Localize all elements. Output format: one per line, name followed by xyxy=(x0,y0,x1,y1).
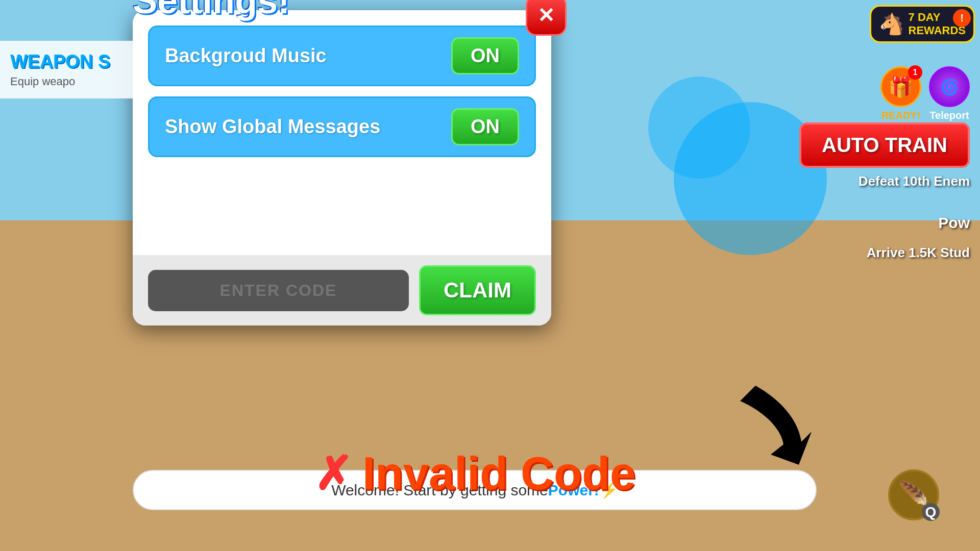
bg-music-toggle[interactable]: ON xyxy=(451,37,519,74)
claim-button[interactable]: CLAIM xyxy=(419,265,536,315)
seven-day-rewards[interactable]: 🐴 7 DAY REWARDS ! xyxy=(870,5,975,43)
teleport-container: 🌀 Teleport xyxy=(929,66,970,121)
global-messages-toggle[interactable]: ON xyxy=(451,108,519,145)
avatar-q-label: Q xyxy=(922,503,940,521)
teleport-label: Teleport xyxy=(929,110,969,121)
gift-container: 🎁 1 READY! xyxy=(880,66,921,121)
rewards-icons-row: 🎁 1 READY! 🌀 Teleport xyxy=(880,66,970,121)
notification-alert: ! xyxy=(953,9,971,27)
lightning-icon: ⚡ xyxy=(599,481,618,499)
gift-badge-count: 1 xyxy=(908,65,922,80)
horse-icon: 🐴 xyxy=(879,12,904,36)
settings-title: Settings! xyxy=(133,0,290,21)
defeat-text: Defeat 10th Enem xyxy=(859,173,970,189)
pow-text: Pow xyxy=(938,214,970,232)
settings-footer: CLAIM xyxy=(133,255,551,325)
settings-body: Backgroud Music ON Show Global Messages … xyxy=(133,10,551,255)
weapon-shop-title: WEAPON S xyxy=(10,51,133,72)
weapon-shop-panel: WEAPON S Equip weapo xyxy=(0,41,143,98)
welcome-bar: Welcome! Start by getting some Power! ⚡ xyxy=(133,470,817,510)
auto-train-button[interactable]: AUTO TRAIN xyxy=(799,122,970,168)
global-messages-label: Show Global Messages xyxy=(165,116,380,138)
bg-music-label: Backgroud Music xyxy=(165,45,327,67)
global-messages-setting: Show Global Messages ON xyxy=(148,96,536,157)
settings-modal: Settings! ✕ Backgroud Music ON Show Glob… xyxy=(133,10,551,325)
avatar[interactable]: 🪶 Q xyxy=(888,469,939,520)
arrive-text: Arrive 1.5K Stud xyxy=(867,245,970,261)
power-text: Power! xyxy=(548,482,599,499)
code-input[interactable] xyxy=(148,270,409,311)
ready-label: READY! xyxy=(881,110,921,121)
bg-music-setting: Backgroud Music ON xyxy=(148,26,536,86)
weapon-shop-subtitle: Equip weapo xyxy=(10,75,133,88)
gift-button[interactable]: 🎁 1 xyxy=(880,66,921,107)
welcome-text: Welcome! Start by getting some xyxy=(331,482,548,499)
seven-day-label2: REWARDS xyxy=(909,24,966,37)
close-button[interactable]: ✕ xyxy=(526,0,567,36)
teleport-button[interactable]: 🌀 xyxy=(929,66,970,107)
